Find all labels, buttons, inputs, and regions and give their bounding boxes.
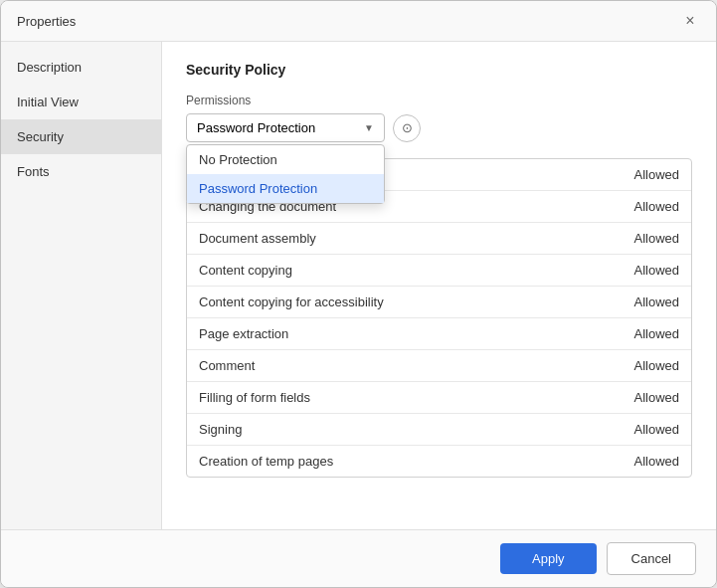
- sidebar-item-description[interactable]: Description: [1, 50, 161, 85]
- titlebar: Properties ×: [1, 1, 716, 42]
- info-button[interactable]: ⊙: [393, 114, 421, 142]
- permissions-table: Printing Allowed Changing the document A…: [186, 158, 692, 478]
- cancel-button[interactable]: Cancel: [607, 542, 696, 575]
- table-row: Comment Allowed: [187, 350, 691, 382]
- apply-button[interactable]: Apply: [500, 543, 597, 574]
- sidebar-item-fonts[interactable]: Fonts: [1, 154, 161, 189]
- main-content: Security Policy Permissions Password Pro…: [162, 42, 716, 529]
- sidebar-item-security[interactable]: Security: [1, 119, 161, 154]
- close-button[interactable]: ×: [680, 11, 700, 31]
- permission-value: Allowed: [633, 454, 679, 469]
- dialog-body: Description Initial View Security Fonts …: [1, 42, 716, 529]
- permission-value: Allowed: [633, 263, 679, 278]
- table-row: Content copying for accessibility Allowe…: [187, 287, 691, 318]
- section-title: Security Policy: [186, 62, 692, 78]
- permission-name: Content copying: [199, 263, 292, 278]
- dropdown-menu: No Protection Password Protection: [186, 144, 385, 204]
- permission-value: Allowed: [633, 199, 679, 214]
- permission-value: Allowed: [633, 390, 679, 405]
- permission-name: Content copying for accessibility: [199, 294, 384, 309]
- sidebar-item-initial-view[interactable]: Initial View: [1, 85, 161, 119]
- permission-value: Allowed: [633, 231, 679, 246]
- permission-name: Page extraction: [199, 326, 288, 341]
- permission-value: Allowed: [633, 422, 679, 437]
- permission-name: Comment: [199, 358, 255, 373]
- table-row: Content copying Allowed: [187, 255, 691, 287]
- permission-name: Signing: [199, 422, 242, 437]
- dropdown-row: Password Protection ▼ ⊙ No Protection Pa…: [186, 113, 692, 142]
- table-row: Signing Allowed: [187, 414, 691, 446]
- permission-value: Allowed: [633, 167, 679, 182]
- properties-dialog: Properties × Description Initial View Se…: [0, 0, 717, 588]
- permission-value: Allowed: [633, 326, 679, 341]
- table-row: Document assembly Allowed: [187, 223, 691, 255]
- permission-name: Document assembly: [199, 231, 316, 246]
- info-icon: ⊙: [402, 120, 413, 135]
- security-policy-dropdown[interactable]: Password Protection ▼: [186, 113, 385, 142]
- dropdown-selected-value: Password Protection: [197, 120, 315, 135]
- permission-value: Allowed: [633, 358, 679, 373]
- chevron-down-icon: ▼: [364, 122, 374, 133]
- dialog-footer: Apply Cancel: [1, 529, 716, 587]
- dropdown-option-password-protection[interactable]: Password Protection: [187, 174, 384, 203]
- permission-value: Allowed: [633, 294, 679, 309]
- table-row: Filling of form fields Allowed: [187, 382, 691, 414]
- table-row: Page extraction Allowed: [187, 318, 691, 350]
- dropdown-option-no-protection[interactable]: No Protection: [187, 145, 384, 174]
- sidebar: Description Initial View Security Fonts: [1, 42, 162, 529]
- table-row: Creation of temp pages Allowed: [187, 446, 691, 477]
- permissions-label: Permissions: [186, 94, 692, 107]
- dialog-title: Properties: [17, 14, 76, 29]
- permission-name: Filling of form fields: [199, 390, 310, 405]
- permission-name: Creation of temp pages: [199, 454, 333, 469]
